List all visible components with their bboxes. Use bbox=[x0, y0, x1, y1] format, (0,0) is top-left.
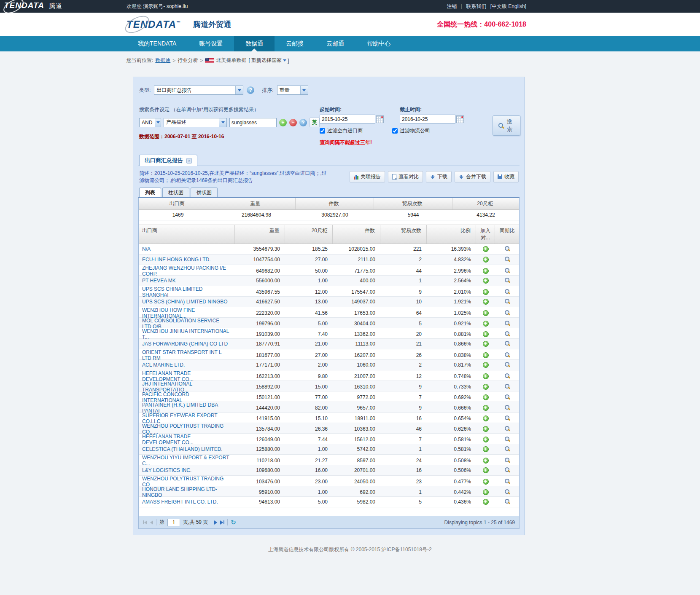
exporter-link[interactable]: UPS SCS CHINA LIMITED SHANGHAI bbox=[142, 286, 202, 298]
exporter-link[interactable]: L&Y LOGISTICS INC. bbox=[142, 467, 191, 473]
nav-tab-cloud-mail-search[interactable]: 云邮搜 bbox=[275, 36, 315, 51]
nav-tab-help-center[interactable]: 帮助中心 bbox=[355, 36, 402, 51]
yoy-magnifier-icon[interactable] bbox=[504, 489, 510, 495]
yoy-magnifier-icon[interactable] bbox=[504, 383, 510, 389]
add-to-compare-icon[interactable] bbox=[483, 479, 489, 485]
yoy-magnifier-icon[interactable] bbox=[504, 298, 510, 304]
logout-link[interactable]: 注销 bbox=[447, 3, 457, 9]
keyword-input[interactable] bbox=[229, 118, 277, 127]
add-to-compare-icon[interactable] bbox=[483, 321, 489, 327]
exporter-link[interactable]: WENZHOU HOW FINE INTERNATIONAL... bbox=[142, 307, 195, 319]
add-to-compare-icon[interactable] bbox=[483, 467, 489, 473]
english-toggle-button[interactable]: 英 bbox=[310, 118, 320, 127]
yoy-magnifier-icon[interactable] bbox=[504, 394, 510, 400]
add-to-compare-icon[interactable] bbox=[483, 362, 489, 368]
add-to-compare-icon[interactable] bbox=[483, 489, 489, 495]
calendar-icon[interactable] bbox=[456, 115, 464, 123]
help-icon[interactable]: ? bbox=[247, 86, 254, 94]
add-to-compare-icon[interactable] bbox=[483, 246, 489, 252]
yoy-magnifier-icon[interactable] bbox=[504, 289, 510, 295]
filter-blank-checkbox[interactable] bbox=[320, 128, 325, 134]
end-date-input[interactable] bbox=[400, 115, 455, 123]
exporter-link[interactable]: HEFEI ANAN TRADE DEVELOPMENT CO... bbox=[142, 434, 194, 445]
merge-download-button[interactable]: 合并下载 bbox=[455, 171, 490, 182]
first-page-button[interactable] bbox=[143, 520, 147, 525]
last-page-button[interactable] bbox=[220, 520, 224, 525]
prev-page-button[interactable] bbox=[150, 520, 153, 525]
remove-condition-icon[interactable]: − bbox=[289, 119, 297, 126]
calendar-icon[interactable] bbox=[376, 115, 384, 123]
breadcrumb-link-datatong[interactable]: 数据通 bbox=[155, 57, 170, 64]
view-tab-pie-chart[interactable]: 饼状图 bbox=[191, 188, 218, 197]
exporter-link[interactable]: AMASS FREIGHT INTL CO. LTD. bbox=[142, 499, 218, 505]
exporter-link[interactable]: WENZHOU POLYTRUST TRADING CO bbox=[142, 476, 223, 488]
yoy-magnifier-icon[interactable] bbox=[504, 478, 510, 484]
sort-select[interactable]: 重量 bbox=[277, 86, 308, 95]
yoy-magnifier-icon[interactable] bbox=[504, 499, 510, 504]
yoy-magnifier-icon[interactable] bbox=[504, 457, 510, 463]
exporter-link[interactable]: PT HEVEA MK bbox=[142, 278, 176, 284]
exporter-link[interactable]: JHJ INTERNATIONAL TRANSPORTATIO... bbox=[142, 381, 192, 393]
exporter-link[interactable]: WENZHOU YIYU IMPORT & EXPORT C... bbox=[142, 455, 229, 466]
search-button[interactable]: 搜索 bbox=[493, 115, 520, 136]
yoy-magnifier-icon[interactable] bbox=[504, 467, 510, 473]
yoy-magnifier-icon[interactable] bbox=[504, 426, 510, 432]
add-to-compare-icon[interactable] bbox=[483, 341, 489, 347]
contact-link[interactable]: 联系我们 bbox=[466, 3, 486, 9]
yoy-magnifier-icon[interactable] bbox=[504, 405, 510, 410]
exporter-link[interactable]: HEFEI ANAN TRADE DEVELOPMENT CO... bbox=[142, 370, 194, 382]
add-to-compare-icon[interactable] bbox=[483, 426, 489, 432]
add-to-compare-icon[interactable] bbox=[483, 446, 489, 452]
exporter-link[interactable]: ACL MARINE LTD. bbox=[142, 362, 185, 368]
add-to-compare-icon[interactable] bbox=[483, 352, 489, 358]
nav-tab-datatong[interactable]: 数据通 bbox=[234, 36, 275, 51]
exporter-link[interactable]: WENZHOU JINHUA INTERNATIONAL T... bbox=[142, 328, 229, 340]
add-to-compare-icon[interactable] bbox=[483, 384, 489, 390]
exporter-link[interactable]: WENZHOU POLYTRUST TRADING CO., ... bbox=[142, 423, 223, 435]
add-to-compare-icon[interactable] bbox=[483, 437, 489, 442]
yoy-magnifier-icon[interactable] bbox=[504, 268, 510, 273]
view-tab-bar-chart[interactable]: 柱状图 bbox=[162, 188, 189, 197]
report-type-select[interactable]: 出口商汇总报告 bbox=[154, 86, 243, 95]
add-to-compare-icon[interactable] bbox=[483, 268, 489, 274]
yoy-magnifier-icon[interactable] bbox=[504, 340, 510, 346]
add-to-compare-icon[interactable] bbox=[483, 310, 489, 316]
add-to-compare-icon[interactable] bbox=[483, 289, 489, 295]
exporter-link[interactable]: PACIFIC CONCORD INTERNATIONAL bbox=[142, 391, 189, 403]
yoy-magnifier-icon[interactable] bbox=[504, 310, 510, 316]
nav-tab-my-tendata[interactable]: 我的TENDATA bbox=[127, 36, 188, 51]
report-tab[interactable]: 出口商汇总报告 bbox=[139, 155, 197, 166]
related-report-button[interactable]: 关联报告 bbox=[350, 171, 385, 182]
page-number-input[interactable] bbox=[167, 519, 180, 526]
add-condition-icon[interactable]: + bbox=[279, 119, 287, 126]
yoy-magnifier-icon[interactable] bbox=[504, 331, 510, 337]
bool-operator-select[interactable]: AND bbox=[139, 118, 161, 127]
exporter-link[interactable]: MOL CONSOLIDATION SERVICE LTD O/B bbox=[142, 318, 219, 330]
exporter-link[interactable]: PANTAINER (H.K.) LIMITED DBA PANTAI bbox=[142, 402, 218, 414]
add-to-compare-icon[interactable] bbox=[483, 394, 489, 400]
yoy-magnifier-icon[interactable] bbox=[504, 277, 510, 283]
yoy-magnifier-icon[interactable] bbox=[504, 446, 510, 452]
yoy-magnifier-icon[interactable] bbox=[504, 352, 510, 358]
add-to-compare-icon[interactable] bbox=[483, 415, 489, 421]
filter-logistics-checkbox[interactable] bbox=[392, 128, 398, 134]
yoy-magnifier-icon[interactable] bbox=[504, 256, 510, 262]
start-date-input[interactable] bbox=[320, 115, 375, 123]
add-to-compare-icon[interactable] bbox=[483, 405, 489, 411]
exporter-link[interactable]: ZHEJIANG WENZHOU PACKING I/E CORP. bbox=[142, 265, 226, 277]
close-tab-icon[interactable] bbox=[186, 158, 192, 163]
add-to-compare-icon[interactable] bbox=[483, 499, 489, 505]
exporter-link[interactable]: ECU-LINE HONG KONG LTD. bbox=[142, 257, 210, 263]
exporter-link[interactable]: N/A bbox=[142, 246, 151, 252]
yoy-magnifier-icon[interactable] bbox=[504, 415, 510, 421]
nav-tab-account-settings[interactable]: 账号设置 bbox=[188, 36, 234, 51]
view-compare-button[interactable]: 查看对比 bbox=[388, 171, 423, 182]
yoy-magnifier-icon[interactable] bbox=[504, 362, 510, 367]
favorite-button[interactable]: 收藏 bbox=[493, 171, 519, 182]
search-field-select[interactable]: 产品描述 bbox=[164, 118, 227, 127]
add-to-compare-icon[interactable] bbox=[483, 373, 489, 379]
condition-help-icon[interactable]: ? bbox=[299, 119, 307, 126]
exporter-link[interactable]: SUPERIOR EYEWEAR EXPORT CO.LLC bbox=[142, 413, 217, 424]
yoy-magnifier-icon[interactable] bbox=[504, 373, 510, 379]
reselect-country-link[interactable]: [ 重新选择国家 ] bbox=[248, 57, 289, 64]
